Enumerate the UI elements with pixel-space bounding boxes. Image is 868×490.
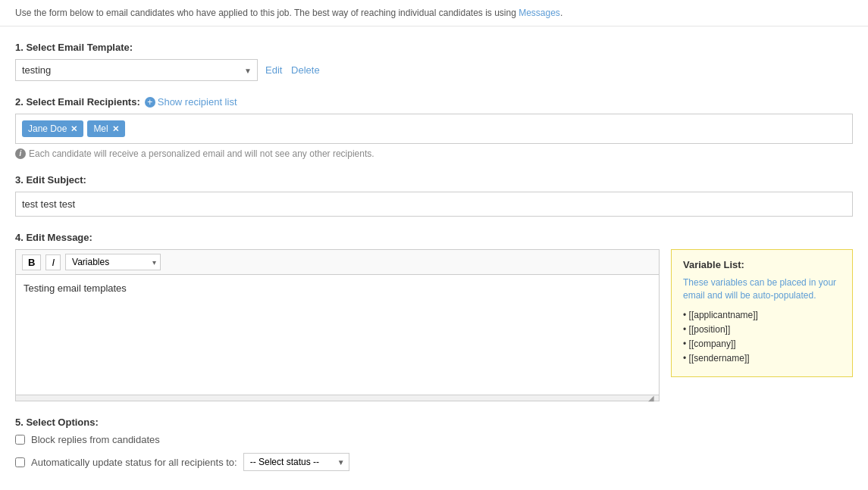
subject-section-label: 3. Edit Subject:: [15, 174, 853, 186]
show-recipient-label: Show recipient list: [158, 96, 237, 108]
variable-item-2: [[position]]: [683, 324, 841, 335]
variable-item-1: [[applicantname]]: [683, 310, 841, 320]
message-section: B I Variables [[applicantname]] [[positi…: [15, 249, 853, 401]
notice-suffix: .: [560, 8, 562, 18]
messages-link[interactable]: Messages: [519, 8, 560, 18]
block-replies-label: Block replies from candidates: [31, 434, 160, 445]
edit-template-link[interactable]: Edit: [265, 64, 282, 76]
template-section: 1. Select Email Template: testing ▼ Edit…: [15, 42, 853, 81]
recipient-tag-janedoe: Jane Doe ✕: [22, 120, 83, 137]
recipients-section-label: 2. Select Email Recipients:: [15, 96, 140, 108]
options-section: 5. Select Options: Block replies from ca…: [15, 417, 853, 471]
auto-status-label: Automatically update status for all reci…: [31, 457, 237, 468]
variable-list-desc-part1: These variables can be placed in your: [683, 277, 836, 288]
italic-button[interactable]: I: [45, 254, 61, 270]
page-wrapper: Use the form below to email candidates w…: [0, 0, 868, 490]
auto-status-checkbox[interactable]: [15, 457, 25, 467]
recipients-label-row: 2. Select Email Recipients: + Show recip…: [15, 96, 853, 108]
template-select[interactable]: testing: [15, 59, 258, 81]
recipients-section: 2. Select Email Recipients: + Show recip…: [15, 96, 853, 159]
block-replies-checkbox[interactable]: [15, 435, 25, 445]
recipients-box[interactable]: Jane Doe ✕ Mel ✕: [15, 114, 853, 144]
variable-item-3: [[company]]: [683, 339, 841, 349]
template-select-wrapper: testing ▼: [15, 59, 258, 81]
info-icon: i: [15, 148, 26, 159]
variable-list-title: Variable List:: [683, 259, 841, 270]
editor-resize-handle[interactable]: ◢: [15, 395, 660, 401]
notice-text: Use the form below to email candidates w…: [15, 8, 519, 18]
subject-input[interactable]: [15, 192, 853, 217]
template-row: testing ▼ Edit Delete: [15, 59, 853, 81]
variables-select[interactable]: Variables [[applicantname]] [[position]]…: [65, 254, 161, 270]
tag-name-janedoe: Jane Doe: [28, 123, 67, 134]
variable-list-desc-link: email: [683, 290, 705, 301]
auto-status-row: Automatically update status for all reci…: [15, 453, 853, 471]
tag-name-mel: Mel: [93, 123, 108, 134]
editor-content: Testing email templates: [24, 282, 127, 294]
variable-list-box: Variable List: These variables can be pl…: [671, 249, 853, 377]
separator: [285, 64, 288, 76]
message-section-label: 4. Edit Message:: [15, 232, 853, 243]
variable-item-4: [[sendername]]: [683, 353, 841, 364]
block-replies-row: Block replies from candidates: [15, 434, 853, 445]
recipients-info-text: Each candidate will receive a personaliz…: [29, 148, 374, 159]
recipients-info-row: i Each candidate will receive a personal…: [15, 148, 853, 159]
message-section-wrapper: 4. Edit Message: B I Variables [[applica…: [15, 232, 853, 401]
message-editor-wrapper: B I Variables [[applicantname]] [[positi…: [15, 249, 660, 401]
top-notice: Use the form below to email candidates w…: [0, 0, 868, 27]
recipient-tag-mel: Mel ✕: [87, 120, 124, 137]
edit-delete-links: Edit Delete: [265, 64, 320, 76]
variable-list-desc: These variables can be placed in your em…: [683, 276, 841, 302]
subject-section: 3. Edit Subject:: [15, 174, 853, 217]
show-recipient-link[interactable]: + Show recipient list: [145, 96, 237, 108]
plus-icon: +: [145, 97, 155, 108]
status-select[interactable]: -- Select status -- Active Rejected Hire…: [243, 453, 349, 471]
variables-select-wrapper: Variables [[applicantname]] [[position]]…: [65, 254, 161, 270]
editor-toolbar: B I Variables [[applicantname]] [[positi…: [15, 249, 660, 274]
delete-template-link[interactable]: Delete: [291, 64, 320, 76]
tag-remove-janedoe[interactable]: ✕: [71, 124, 77, 134]
status-select-wrapper: -- Select status -- Active Rejected Hire…: [243, 453, 349, 471]
variable-list-desc-part2: and will be auto-populated.: [705, 290, 816, 301]
editor-body[interactable]: Testing email templates: [15, 274, 660, 395]
template-section-label: 1. Select Email Template:: [15, 42, 853, 53]
tag-remove-mel[interactable]: ✕: [112, 124, 119, 134]
bold-button[interactable]: B: [22, 254, 41, 270]
form-container: 1. Select Email Template: testing ▼ Edit…: [0, 27, 868, 490]
options-section-label: 5. Select Options:: [15, 417, 853, 428]
